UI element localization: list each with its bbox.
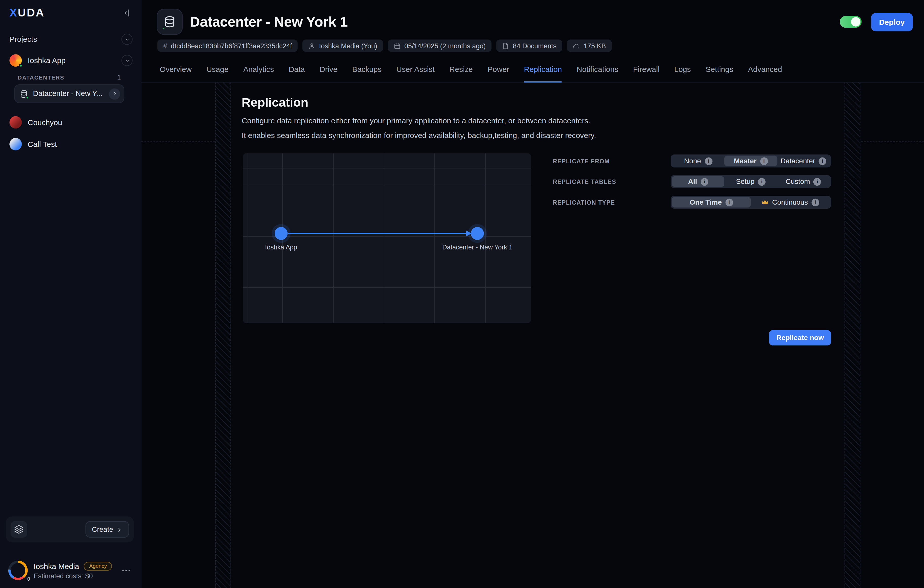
info-icon[interactable] xyxy=(701,178,708,185)
projects-chevron-icon[interactable] xyxy=(122,34,133,45)
online-status-dot xyxy=(19,64,23,68)
option-label: Continuous xyxy=(772,198,808,206)
project-name: Ioshka App xyxy=(28,56,116,65)
replicate-now-button[interactable]: Replicate now xyxy=(769,330,831,346)
database-icon xyxy=(20,89,28,98)
cloud-icon xyxy=(573,42,580,49)
tab-replication[interactable]: Replication xyxy=(524,65,562,83)
info-icon[interactable] xyxy=(811,198,819,206)
option-label: Master xyxy=(734,157,757,165)
user-name: Ioshka Media xyxy=(34,562,79,570)
tab-resize[interactable]: Resize xyxy=(449,65,473,82)
info-icon[interactable] xyxy=(819,157,826,165)
tab-firewall[interactable]: Firewall xyxy=(633,65,660,82)
replicate-tables-all[interactable]: All xyxy=(672,176,724,187)
source-node[interactable] xyxy=(275,227,287,240)
power-toggle[interactable] xyxy=(840,16,861,28)
replication-section: Replication Configure data replication e… xyxy=(231,83,845,588)
hash-icon xyxy=(163,41,167,50)
hatched-strip-left xyxy=(215,83,231,588)
replication-type-one-time[interactable]: One Time xyxy=(672,197,751,208)
tab-advanced[interactable]: Advanced xyxy=(748,65,782,82)
datacenters-label: DATACENTERS xyxy=(18,74,64,81)
tab-usage[interactable]: Usage xyxy=(206,65,228,82)
info-icon[interactable] xyxy=(725,198,733,206)
replicate-from-datacenter[interactable]: Datacenter xyxy=(777,156,830,166)
hatched-strip-right xyxy=(845,83,860,588)
replicate-tables-setup[interactable]: Setup xyxy=(724,176,777,187)
datacenter-name: Datacenter - New Y... xyxy=(33,90,104,98)
replicate-tables-row: REPLICATE TABLES All Setup Custom xyxy=(553,175,831,189)
replication-type-control: One Time Continuous xyxy=(671,196,831,209)
meta-owner-text: Ioshka Media (You) xyxy=(319,42,377,49)
create-button[interactable]: Create xyxy=(85,521,129,538)
meta-date-chip: 05/14/2025 (2 months ago) xyxy=(388,40,492,52)
crown-icon xyxy=(761,199,769,206)
tab-settings[interactable]: Settings xyxy=(706,65,733,82)
tab-power[interactable]: Power xyxy=(488,65,509,82)
dashed-rule-right xyxy=(861,142,924,142)
collapse-sidebar-icon[interactable] xyxy=(122,8,131,18)
tab-overview[interactable]: Overview xyxy=(160,65,191,82)
open-datacenter-icon[interactable] xyxy=(109,88,120,99)
projects-header: Projects xyxy=(0,29,141,50)
replication-type-continuous[interactable]: Continuous xyxy=(751,197,830,208)
project-name: Couchyou xyxy=(28,118,132,127)
project-avatar-couchyou xyxy=(9,116,22,129)
tab-backups[interactable]: Backups xyxy=(352,65,381,82)
dashed-rule-left xyxy=(142,142,215,142)
online-status-dot xyxy=(25,95,30,99)
info-icon[interactable] xyxy=(813,178,821,185)
datacenter-icon xyxy=(157,9,183,35)
tab-data[interactable]: Data xyxy=(289,65,305,82)
sidebar-item-ioshka-app[interactable]: Ioshka App xyxy=(0,50,141,71)
tab-user-assist[interactable]: User Assist xyxy=(396,65,435,82)
section-title: Replication xyxy=(241,96,845,110)
meta-row: dtcdd8eac183bb7b6f871ff3ae2335dc24f Iosh… xyxy=(157,40,612,52)
replication-type-row: REPLICATION TYPE One Time Continuous xyxy=(553,195,831,210)
meta-size-chip: 175 KB xyxy=(567,40,612,52)
tab-analytics[interactable]: Analytics xyxy=(243,65,274,82)
sidebar-item-call-test[interactable]: Call Test xyxy=(0,133,141,155)
avatar-count: 0 xyxy=(27,576,30,582)
sidebar-item-couchyou[interactable]: Couchyou xyxy=(0,111,141,133)
deploy-button[interactable]: Deploy xyxy=(871,13,913,31)
project-chevron-icon[interactable] xyxy=(122,55,133,66)
agency-badge: Agency xyxy=(84,562,112,570)
info-icon[interactable] xyxy=(705,157,712,165)
option-label: Setup xyxy=(736,178,754,186)
toggle-knob xyxy=(851,17,860,26)
target-node-label: Datacenter - New York 1 xyxy=(442,243,513,251)
replicate-from-control: None Master Datacenter xyxy=(671,154,831,167)
source-node-label: Ioshka App xyxy=(265,243,297,251)
project-name: Call Test xyxy=(28,140,132,149)
user-row: 0 Ioshka Media Agency Estimated costs: $… xyxy=(6,557,134,584)
tab-logs[interactable]: Logs xyxy=(674,65,691,82)
header-actions: Deploy xyxy=(840,13,913,31)
replication-type-label: REPLICATION TYPE xyxy=(553,199,615,206)
user-info: Ioshka Media Agency Estimated costs: $0 xyxy=(34,562,115,579)
layers-icon[interactable] xyxy=(11,521,27,538)
replication-diagram: Ioshka App Datacenter - New York 1 xyxy=(243,153,531,323)
projects-label: Projects xyxy=(9,35,37,43)
user-icon xyxy=(309,42,315,49)
main-panel: Datacenter - New York 1 Deploy dtcdd8eac… xyxy=(142,0,924,588)
replicate-from-master[interactable]: Master xyxy=(724,156,777,166)
option-label: None xyxy=(684,157,701,165)
info-icon[interactable] xyxy=(758,178,766,185)
meta-date-text: 05/14/2025 (2 months ago) xyxy=(404,42,486,49)
tab-notifications[interactable]: Notifications xyxy=(577,65,619,82)
option-label: All xyxy=(688,178,697,186)
tab-drive[interactable]: Drive xyxy=(320,65,337,82)
target-node[interactable] xyxy=(471,227,484,240)
app-logo: XUDA xyxy=(9,7,45,20)
page-header: Datacenter - New York 1 Deploy xyxy=(157,9,913,35)
replicate-tables-custom[interactable]: Custom xyxy=(777,176,830,187)
info-icon[interactable] xyxy=(760,157,768,165)
sidebar-item-datacenter[interactable]: Datacenter - New Y... xyxy=(14,84,124,103)
user-menu-icon[interactable] xyxy=(121,565,131,576)
option-label: One Time xyxy=(690,198,722,206)
replicate-from-row: REPLICATE FROM None Master Datacenter xyxy=(553,154,831,168)
replicate-from-none[interactable]: None xyxy=(672,156,724,166)
user-avatar[interactable]: 0 xyxy=(8,561,28,580)
